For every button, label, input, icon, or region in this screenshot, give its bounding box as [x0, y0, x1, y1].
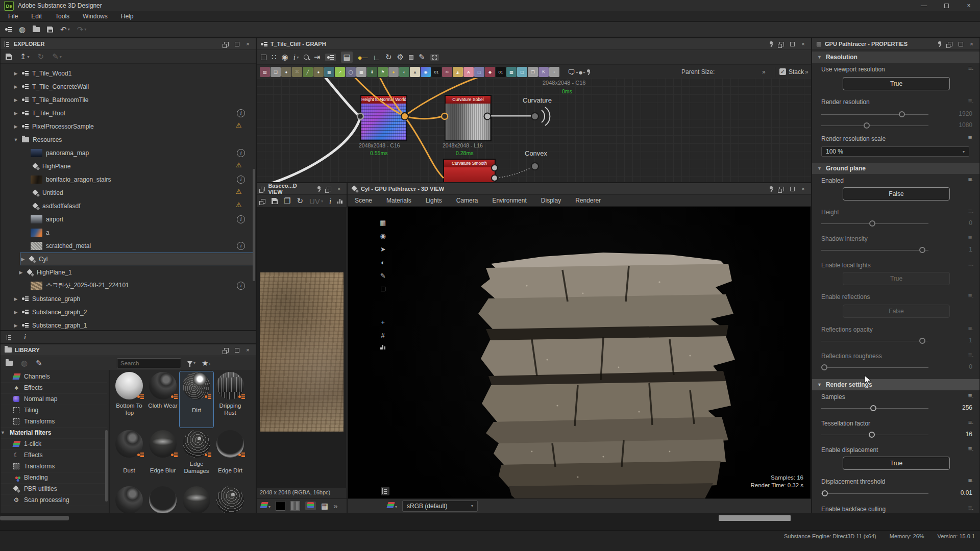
info-badge[interactable]: i — [237, 242, 245, 250]
library-item[interactable]: Channels — [1, 371, 107, 383]
reflections-opacity-slider[interactable] — [821, 338, 928, 344]
node-palette-icon[interactable]: ◐ — [399, 67, 409, 77]
grid-icon[interactable]: ▦ — [321, 502, 328, 511]
save-all-icon[interactable] — [47, 27, 53, 33]
maximize-panel-icon[interactable] — [233, 42, 241, 46]
close-panel-icon[interactable]: × — [799, 186, 807, 192]
warning-badge[interactable]: ⚠ — [236, 201, 242, 209]
display-monitor-icon[interactable] — [305, 502, 316, 510]
close-panel-icon[interactable]: × — [335, 186, 342, 192]
explorer-scrollbar[interactable] — [253, 169, 255, 281]
displacement-toggle[interactable]: True — [843, 457, 950, 470]
open-icon[interactable] — [33, 27, 40, 32]
node-palette-icon[interactable]: ◉ — [421, 67, 431, 77]
add-folder-icon[interactable] — [6, 361, 13, 366]
rotate-icon[interactable]: ↻ — [385, 53, 392, 62]
library-item[interactable]: Transforms — [1, 461, 107, 472]
resolution-scale-dropdown[interactable]: 100 %▾ — [821, 146, 969, 157]
property-options-icon[interactable]: ≡ˇ — [968, 353, 973, 360]
tree-item[interactable]: ▶Substance_graph_2 — [1, 306, 256, 318]
library-item[interactable]: Transforms — [1, 416, 107, 428]
material-tile-selected[interactable]: Dirt — [180, 372, 213, 414]
maximize-button[interactable] — [935, 0, 958, 11]
menu-scene[interactable]: Scene — [348, 197, 379, 204]
warning-badge[interactable]: ⚠ — [236, 188, 242, 195]
tree-item[interactable]: Untitled⚠ — [1, 186, 256, 199]
tree-item[interactable]: bonifacio_aragon_stairsi — [1, 173, 256, 186]
paint-icon[interactable]: ✎ — [380, 272, 386, 280]
menu-renderer[interactable]: Renderer — [568, 197, 608, 204]
menu-display[interactable]: Display — [534, 197, 568, 204]
edit-icon[interactable]: ✎ — [36, 359, 42, 368]
layers-mode-icon[interactable]: ▤ — [341, 52, 352, 63]
property-options-icon[interactable]: ≡ˇ — [968, 420, 973, 428]
library-item[interactable]: Normal map — [1, 393, 107, 405]
dock-icon[interactable] — [778, 42, 786, 46]
maximize-panel-icon[interactable] — [789, 42, 796, 46]
pin-icon[interactable] — [767, 186, 775, 192]
view2d-canvas[interactable] — [257, 207, 346, 488]
tree-item[interactable]: 스크린샷_2025-08-21_224101i — [1, 279, 256, 292]
property-options-icon[interactable]: ≡ˇ — [968, 393, 973, 401]
copy-image-icon[interactable]: ❐ — [284, 196, 290, 206]
reflections-roughness-slider[interactable] — [821, 364, 928, 371]
dock-icon[interactable] — [223, 348, 230, 353]
tree-item[interactable]: scratched_metali — [1, 239, 256, 252]
graph-node-curvature-smooth[interactable]: Curvature Smooth — [443, 159, 496, 182]
library-header[interactable]: LIBRARY × — [1, 344, 256, 356]
node-palette-icon[interactable]: ● — [388, 67, 399, 77]
search-input[interactable] — [117, 358, 181, 368]
library-item[interactable]: ⚙Scan processing — [1, 494, 107, 506]
render-height-slider[interactable] — [821, 122, 928, 129]
use-viewport-resolution-toggle[interactable]: True — [843, 77, 950, 90]
node-palette-icon[interactable]: ▦ — [324, 67, 334, 77]
node-palette-icon[interactable]: ▩ — [506, 67, 517, 77]
close-panel-icon[interactable]: × — [968, 41, 975, 47]
library-item[interactable]: ☾Effects — [1, 449, 107, 461]
node-palette-icon[interactable]: ⚑ — [378, 67, 388, 77]
tessellation-slider[interactable] — [821, 432, 928, 438]
dock-icon[interactable] — [778, 187, 786, 191]
reload-image-icon[interactable]: ↻ — [297, 196, 303, 206]
property-options-icon[interactable]: ≡ˇ — [968, 135, 973, 143]
tree-item[interactable]: ▶T_Tile_BathroomTile — [1, 93, 256, 106]
node-palette-icon[interactable]: ▢ — [517, 67, 527, 77]
save-image-icon[interactable] — [272, 198, 278, 204]
graph-node-curvature-sobel[interactable]: Curvature Sobel — [445, 95, 492, 141]
height-value[interactable]: 0 — [937, 219, 972, 227]
straight-links-icon[interactable]: ●─ — [358, 53, 368, 62]
screenshot-icon[interactable]: ◉ — [282, 53, 288, 62]
node-palette-icon[interactable]: ✂ — [442, 67, 452, 77]
render-width-value[interactable]: 1920 — [937, 110, 972, 117]
property-options-icon[interactable]: ≡ˇ — [968, 446, 973, 454]
actual-size-icon[interactable]: ∷ — [272, 53, 277, 62]
add-package-icon[interactable]: ◍ — [21, 359, 28, 368]
info-badge[interactable]: i — [237, 282, 245, 290]
maximize-panel-icon[interactable] — [957, 42, 965, 46]
local-lights-toggle[interactable]: True — [843, 272, 950, 285]
warning-badge[interactable]: ⚠ — [236, 161, 242, 169]
histogram-icon[interactable] — [380, 345, 385, 349]
info-badge[interactable]: i — [237, 149, 245, 157]
ground-enabled-toggle[interactable]: False — [843, 187, 950, 201]
library-item[interactable]: PBR utilities — [1, 483, 107, 495]
material-tile[interactable] — [180, 486, 213, 513]
tessellation-value[interactable]: 16 — [937, 431, 972, 438]
tree-item[interactable]: a — [1, 226, 256, 239]
stack-checkbox[interactable]: ✓ — [779, 68, 786, 75]
node-palette-icon[interactable]: ● — [281, 67, 291, 77]
graph-header[interactable]: T_Tile_Cliff - GRAPH × — [257, 38, 811, 50]
displacement-threshold-slider[interactable] — [821, 490, 928, 497]
view2d-header[interactable]: Baseco...D VIEW × — [257, 183, 347, 195]
property-options-icon[interactable]: ≡ˇ — [968, 262, 973, 269]
menu-tools[interactable]: Tools — [49, 13, 76, 20]
export-icon[interactable]: ↥▾ — [20, 52, 30, 61]
property-options-icon[interactable]: ≡ˇ — [968, 506, 973, 513]
tree-view-icon[interactable] — [7, 335, 13, 340]
undo-icon[interactable]: ↶▾ — [60, 25, 70, 34]
pin-icon[interactable] — [936, 41, 943, 47]
save-icon[interactable] — [6, 54, 12, 60]
node-palette-icon[interactable]: ▦ — [356, 67, 366, 77]
tree-item[interactable]: ▶Substance_graph — [1, 292, 256, 305]
tree-item[interactable]: ▶HighPlane_1 — [1, 266, 256, 279]
